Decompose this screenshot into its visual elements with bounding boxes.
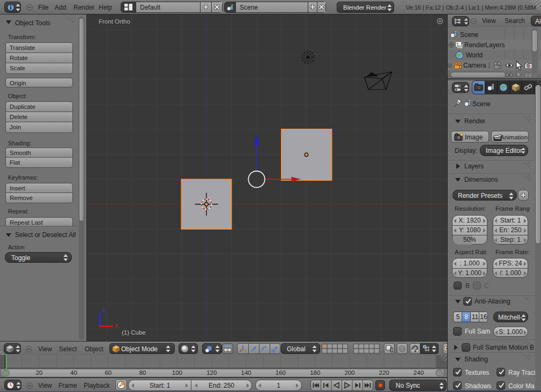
svg-text:160: 160 — [276, 369, 286, 376]
svg-text:240: 240 — [413, 369, 424, 376]
svg-text:180: 180 — [310, 369, 320, 376]
svg-text:x: x — [115, 322, 118, 329]
svg-text:220: 220 — [379, 369, 389, 376]
svg-text:Front Ortho: Front Ortho — [99, 18, 130, 25]
svg-text:z: z — [102, 306, 106, 314]
svg-text:100: 100 — [172, 369, 182, 376]
svg-text:60: 60 — [105, 369, 112, 376]
svg-text:140: 140 — [241, 369, 251, 376]
svg-text:20: 20 — [36, 369, 43, 376]
svg-text:120: 120 — [206, 369, 217, 376]
svg-text:80: 80 — [139, 369, 146, 376]
svg-text:200: 200 — [345, 369, 355, 376]
svg-text:40: 40 — [70, 369, 77, 376]
svg-text:(1) Cube: (1) Cube — [122, 329, 146, 336]
